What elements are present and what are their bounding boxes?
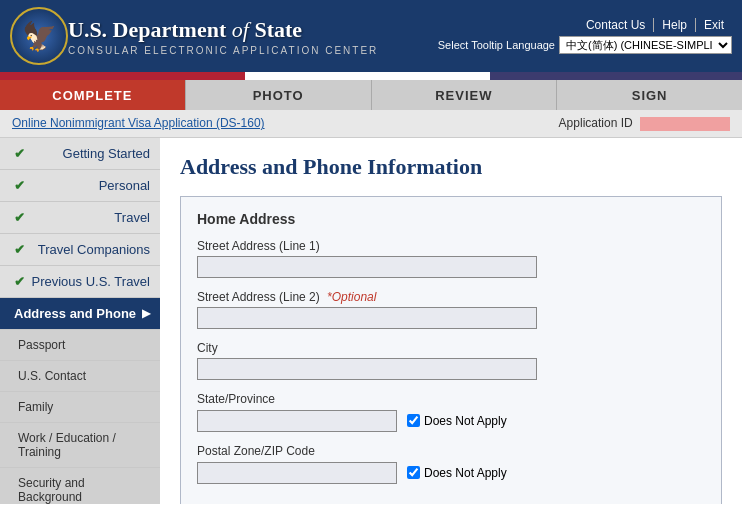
tab-complete[interactable]: COMPLETE [0, 80, 186, 110]
sidebar-item-address-phone[interactable]: Address and Phone ▶ [0, 298, 160, 330]
dept-of-text: of [232, 17, 249, 42]
label-street1: Street Address (Line 1) [197, 239, 705, 253]
input-city[interactable] [197, 358, 537, 380]
application-id: Application ID [559, 116, 730, 131]
department-seal: 🦅 [10, 7, 68, 65]
tab-photo[interactable]: PHOTO [186, 80, 372, 110]
content-area: Address and Phone Information Home Addre… [160, 138, 742, 504]
label-postal: Postal Zone/ZIP Code [197, 444, 705, 458]
form-group-postal: Postal Zone/ZIP Code Does Not Apply [197, 444, 705, 484]
dept-subtitle: CONSULAR ELECTRONIC APPLICATION CENTER [68, 45, 438, 56]
optional-text: *Optional [327, 290, 376, 304]
breadcrumb-bar: Online Nonimmigrant Visa Application (DS… [0, 110, 742, 138]
postal-does-not-apply-checkbox[interactable] [407, 466, 420, 479]
exit-link[interactable]: Exit [696, 18, 732, 32]
home-address-section: Home Address Street Address (Line 1) Str… [180, 196, 722, 504]
main-layout: Getting Started Personal Travel Travel C… [0, 138, 742, 504]
form-group-state: State/Province Does Not Apply [197, 392, 705, 432]
sidebar-item-previous-us-travel[interactable]: Previous U.S. Travel [0, 266, 160, 298]
tab-sign[interactable]: SIGN [557, 80, 742, 110]
sidebar-item-travel[interactable]: Travel [0, 202, 160, 234]
form-group-street1: Street Address (Line 1) [197, 239, 705, 278]
page-header: 🦅 U.S. Department of State CONSULAR ELEC… [0, 0, 742, 72]
language-select[interactable]: 中文(简体) (CHINESE-SIMPLI [559, 36, 732, 54]
tab-review[interactable]: REVIEW [372, 80, 558, 110]
header-right: Contact Us Help Exit Select Tooltip Lang… [438, 18, 732, 54]
sidebar: Getting Started Personal Travel Travel C… [0, 138, 160, 504]
department-title: U.S. Department of State CONSULAR ELECTR… [68, 17, 438, 56]
form-group-street2: Street Address (Line 2) *Optional [197, 290, 705, 329]
input-street2[interactable] [197, 307, 537, 329]
sidebar-item-work-education[interactable]: Work / Education / Training [0, 423, 160, 468]
page-title: Address and Phone Information [180, 154, 722, 180]
postal-does-not-apply: Does Not Apply [407, 466, 507, 480]
flag-banner [0, 72, 742, 80]
input-postal[interactable] [197, 462, 397, 484]
postal-does-not-apply-label: Does Not Apply [424, 466, 507, 480]
state-does-not-apply-label: Does Not Apply [424, 414, 507, 428]
dept-state-text: State [254, 17, 302, 42]
input-state[interactable] [197, 410, 397, 432]
help-link[interactable]: Help [654, 18, 696, 32]
state-does-not-apply: Does Not Apply [407, 414, 507, 428]
header-links: Contact Us Help Exit [578, 18, 732, 32]
sidebar-item-personal[interactable]: Personal [0, 170, 160, 202]
form-group-city: City [197, 341, 705, 380]
input-street1[interactable] [197, 256, 537, 278]
sidebar-item-getting-started[interactable]: Getting Started [0, 138, 160, 170]
label-city: City [197, 341, 705, 355]
tooltip-language-selector: Select Tooltip Language 中文(简体) (CHINESE-… [438, 36, 732, 54]
tooltip-label: Select Tooltip Language [438, 39, 555, 51]
sidebar-item-us-contact[interactable]: U.S. Contact [0, 361, 160, 392]
chevron-right-icon: ▶ [142, 307, 150, 320]
dept-name-text: U.S. Department [68, 17, 226, 42]
sidebar-item-passport[interactable]: Passport [0, 330, 160, 361]
section-heading: Home Address [197, 211, 705, 227]
nav-tabs: COMPLETE PHOTO REVIEW SIGN [0, 80, 742, 110]
contact-us-link[interactable]: Contact Us [578, 18, 654, 32]
sidebar-item-travel-companions[interactable]: Travel Companions [0, 234, 160, 266]
sidebar-item-security-background[interactable]: Security and Background [0, 468, 160, 504]
sidebar-item-family[interactable]: Family [0, 392, 160, 423]
label-street2: Street Address (Line 2) *Optional [197, 290, 705, 304]
breadcrumb-link[interactable]: Online Nonimmigrant Visa Application (DS… [12, 116, 265, 130]
label-state: State/Province [197, 392, 705, 406]
state-does-not-apply-checkbox[interactable] [407, 414, 420, 427]
app-id-value [640, 117, 730, 131]
